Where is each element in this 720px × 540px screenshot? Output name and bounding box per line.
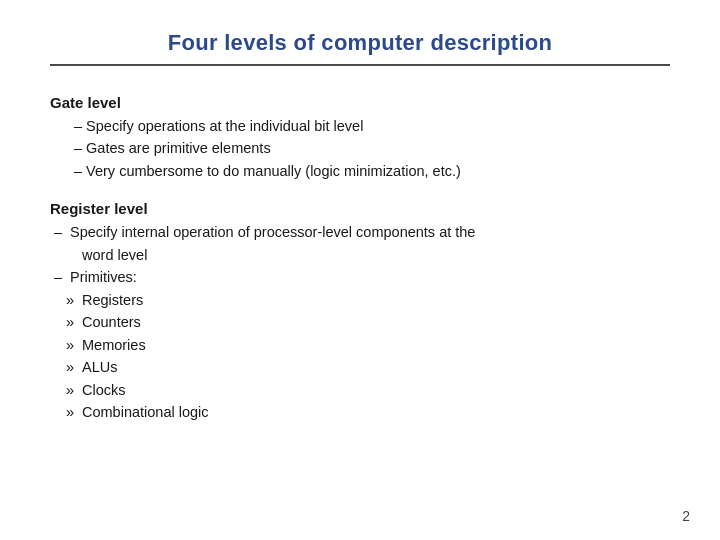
register-bullet-5: » ALUs bbox=[50, 356, 670, 378]
gate-bullet-2: – Gates are primitive elements bbox=[50, 137, 670, 159]
title-section: Four levels of computer description bbox=[50, 30, 670, 66]
page-number: 2 bbox=[682, 508, 690, 524]
register-level-heading: Register level bbox=[50, 200, 670, 217]
register-bullet-2: » Registers bbox=[50, 289, 670, 311]
slide-title: Four levels of computer description bbox=[50, 30, 670, 56]
register-bullet-1: – Primitives: bbox=[50, 266, 670, 288]
register-bullet-7: » Combinational logic bbox=[50, 401, 670, 423]
gate-bullet-3: – Very cumbersome to do manually (logic … bbox=[50, 160, 670, 182]
register-bullet-3: » Counters bbox=[50, 311, 670, 333]
slide-container: Four levels of computer description Gate… bbox=[0, 0, 720, 540]
gate-level-heading: Gate level bbox=[50, 94, 670, 111]
gate-bullet-1: – Specify operations at the individual b… bbox=[50, 115, 670, 137]
register-bullet-4: » Memories bbox=[50, 334, 670, 356]
register-bullet-0: – Specify internal operation of processo… bbox=[50, 221, 670, 266]
register-bullet-6: » Clocks bbox=[50, 379, 670, 401]
register-level-section: Register level – Specify internal operat… bbox=[50, 200, 670, 423]
gate-level-section: Gate level – Specify operations at the i… bbox=[50, 94, 670, 182]
